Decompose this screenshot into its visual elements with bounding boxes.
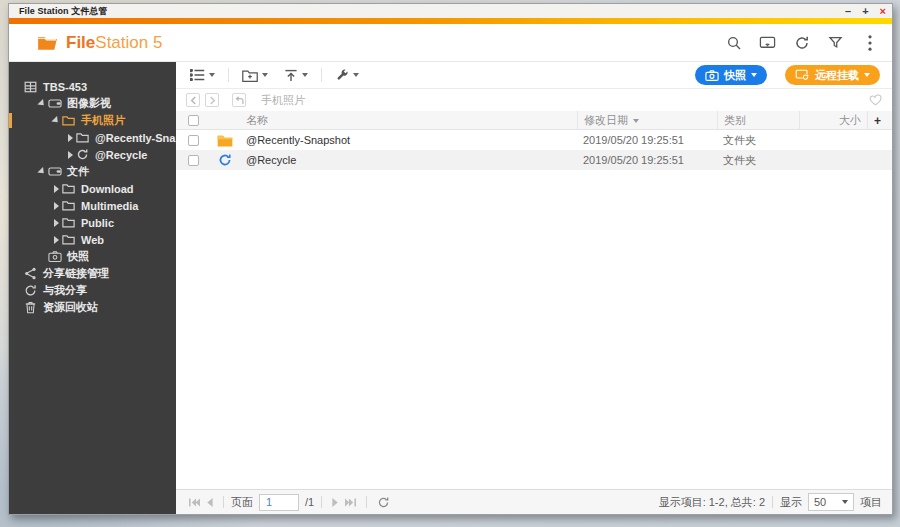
volume-icon (47, 165, 62, 178)
action-toolbar: 快照 远程挂载 (176, 62, 892, 89)
expand-arrow-icon[interactable] (51, 184, 61, 194)
back-button[interactable] (186, 93, 200, 107)
sidebar-item-recently-snapshot[interactable]: @Recently-Snapshot (9, 129, 176, 146)
sidebar-item-label: Multimedia (81, 200, 138, 212)
upload-button[interactable] (278, 66, 314, 85)
expand-arrow-icon[interactable] (65, 133, 75, 143)
first-page-button[interactable] (189, 498, 200, 507)
remote-mount-button[interactable]: 远程挂载 (785, 65, 880, 85)
sidebar-item-label: 图像影视 (67, 96, 111, 111)
statusbar-divider (223, 496, 224, 508)
type-column-header[interactable]: 类别 (717, 111, 799, 130)
page-size-value: 50 (814, 496, 826, 508)
sidebar-item-label: @Recycle (95, 149, 147, 161)
row-checkbox[interactable] (188, 155, 199, 166)
expand-arrow-icon[interactable] (65, 150, 75, 160)
sidebar-item-资源回收站[interactable]: 资源回收站 (9, 299, 176, 316)
sidebar-item-label: Public (81, 217, 114, 229)
row-checkbox[interactable] (188, 135, 199, 146)
favorite-heart-icon[interactable] (869, 94, 882, 106)
close-button[interactable]: × (880, 6, 886, 16)
refresh-list-icon[interactable] (377, 496, 390, 509)
breadcrumb[interactable]: 手机照片 (261, 93, 305, 108)
sidebar-item-web[interactable]: Web (9, 231, 176, 248)
sidebar-item-快照[interactable]: 快照 (9, 248, 176, 265)
sidebar-item-label: 手机照片 (81, 113, 125, 128)
nas-icon (23, 80, 38, 93)
sidebar-item-tbs-453[interactable]: TBS-453 (9, 78, 176, 95)
file-type: 文件夹 (717, 153, 799, 168)
shared-icon (23, 284, 38, 297)
collapse-arrow-icon[interactable] (37, 99, 47, 109)
forward-button[interactable] (205, 93, 219, 107)
app-name-bold: File (66, 33, 95, 52)
name-column-header[interactable]: 名称 (240, 111, 577, 130)
sidebar-item-分享链接管理[interactable]: 分享链接管理 (9, 265, 176, 282)
sidebar-tree: TBS-453图像影视手机照片@Recently-Snapshot@Recycl… (9, 62, 176, 514)
refresh-icon[interactable] (793, 34, 810, 51)
toolbar-divider (228, 68, 229, 82)
table-header: 名称 修改日期 类别 大小 + (176, 111, 892, 130)
file-list-empty-area[interactable] (176, 170, 892, 489)
sidebar-item-label: 资源回收站 (43, 300, 98, 315)
sidebar-item-label: @Recently-Snapshot (95, 132, 176, 144)
prev-page-button[interactable] (206, 498, 213, 507)
file-list: @Recently-Snapshot2019/05/20 19:25:51文件夹… (176, 130, 892, 170)
select-all-cell (176, 111, 210, 130)
maximize-button[interactable]: + (862, 6, 868, 16)
sidebar-item-label: 与我分享 (43, 283, 87, 298)
statusbar-divider (366, 496, 367, 508)
sidebar-item-图像影视[interactable]: 图像影视 (9, 95, 176, 112)
folder-icon (61, 233, 76, 246)
file-name: @Recently-Snapshot (240, 134, 577, 146)
sort-desc-icon (633, 119, 639, 123)
sidebar-item-与我分享[interactable]: 与我分享 (9, 282, 176, 299)
snapshot-button[interactable]: 快照 (695, 65, 767, 85)
folder-logo-icon (37, 34, 58, 51)
add-column-button[interactable]: + (867, 111, 892, 130)
filter-icon[interactable] (827, 34, 844, 51)
table-row[interactable]: @Recycle2019/05/20 19:25:51文件夹 (176, 150, 892, 170)
folder-icon (61, 216, 76, 229)
tools-button[interactable] (329, 65, 365, 85)
sidebar-item-文件[interactable]: 文件 (9, 163, 176, 180)
page-label: 页面 (231, 495, 253, 510)
app-logo: FileStation 5 (37, 33, 162, 53)
sidebar-item-multimedia[interactable]: Multimedia (9, 197, 176, 214)
expand-arrow-icon[interactable] (51, 201, 61, 211)
sidebar-item-public[interactable]: Public (9, 214, 176, 231)
sidebar-item-recycle[interactable]: @Recycle (9, 146, 176, 163)
sidebar-item-download[interactable]: Download (9, 180, 176, 197)
select-all-checkbox[interactable] (188, 115, 199, 126)
statusbar-divider (321, 496, 322, 508)
status-bar: 页面 1 /1 显示项目: 1-2, 总共: 2 显示 (176, 489, 892, 514)
create-folder-button[interactable] (236, 66, 274, 85)
remote-display-icon[interactable] (759, 34, 776, 51)
sidebar-item-label: Download (81, 183, 134, 195)
size-column-header[interactable]: 大小 (799, 111, 867, 130)
collapse-arrow-icon[interactable] (51, 116, 61, 126)
sidebar-item-手机照片[interactable]: 手机照片 (9, 112, 176, 129)
sidebar-item-label: 分享链接管理 (43, 266, 109, 281)
share-icon (23, 267, 38, 280)
minimize-button[interactable]: – (845, 6, 851, 16)
last-page-button[interactable] (345, 498, 356, 507)
go-up-button[interactable] (232, 93, 246, 107)
file-name: @Recycle (240, 154, 577, 166)
sidebar-item-label: TBS-453 (43, 81, 87, 93)
view-mode-button[interactable] (184, 66, 221, 84)
collapse-arrow-icon[interactable] (37, 167, 47, 177)
folder-icon (61, 114, 76, 127)
expand-arrow-icon[interactable] (51, 235, 61, 245)
expand-arrow-icon[interactable] (51, 218, 61, 228)
next-page-button[interactable] (332, 498, 339, 507)
toolbar-divider (321, 68, 322, 82)
more-icon[interactable] (861, 34, 878, 51)
breadcrumb-bar: 手机照片 (176, 89, 892, 111)
window-titlebar[interactable]: File Station 文件总管 – + × (9, 4, 892, 18)
page-number-input[interactable]: 1 (259, 494, 299, 511)
date-column-header[interactable]: 修改日期 (577, 111, 717, 130)
table-row[interactable]: @Recently-Snapshot2019/05/20 19:25:51文件夹 (176, 130, 892, 150)
search-icon[interactable] (725, 34, 742, 51)
page-size-select[interactable]: 50 (808, 493, 854, 511)
